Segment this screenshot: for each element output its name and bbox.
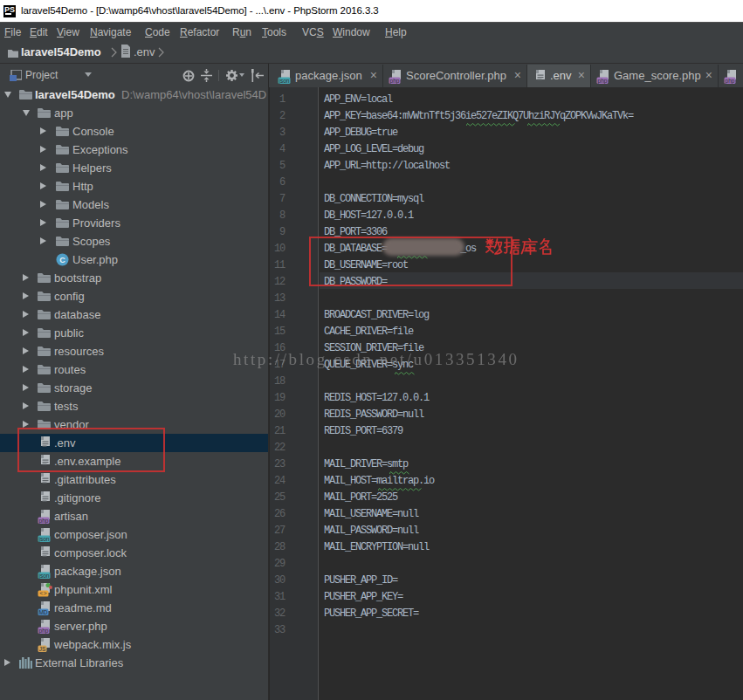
svg-text:php: php [598, 78, 608, 84]
svg-text:php: php [39, 518, 49, 524]
svg-text:C: C [59, 256, 65, 264]
svg-text:JS: JS [39, 646, 46, 652]
svg-text:MD: MD [38, 609, 47, 615]
svg-text:json: json [38, 536, 50, 542]
svg-text:<>: <> [39, 590, 46, 597]
svg-text:json: json [279, 78, 290, 84]
svg-text:php: php [726, 78, 735, 84]
svg-text:json: json [38, 573, 50, 579]
svg-text:php: php [390, 78, 400, 84]
svg-text:php: php [39, 628, 49, 634]
